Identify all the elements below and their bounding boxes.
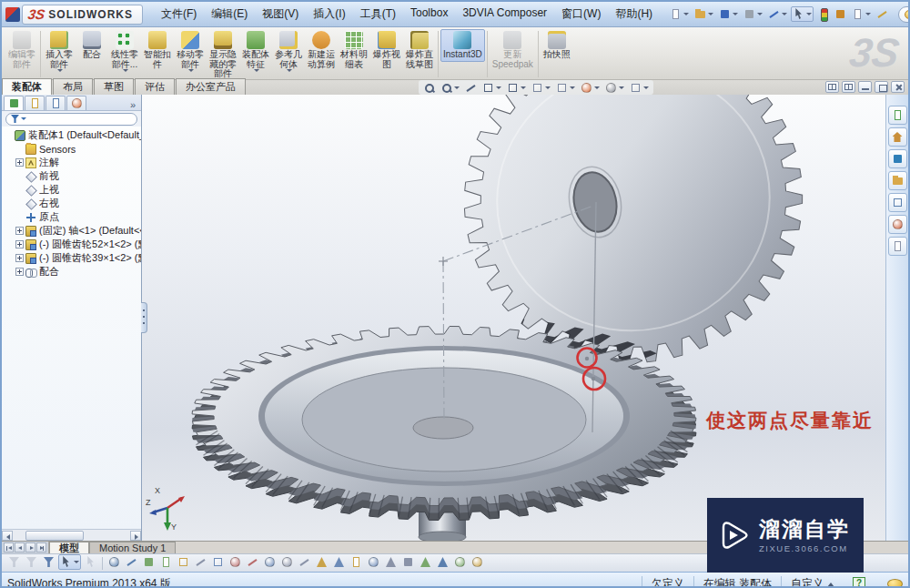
insert-components-caret-icon[interactable]	[57, 69, 63, 72]
property-manager-tab[interactable]	[25, 96, 45, 110]
previous-view-icon[interactable]	[463, 80, 479, 96]
display-style-icon[interactable]	[530, 80, 552, 96]
tab-sketch[interactable]: 草图	[94, 78, 134, 95]
tree-item-origin[interactable]: 原点	[5, 210, 141, 224]
filter-axes-icon[interactable]	[193, 554, 208, 570]
tree-item-mates[interactable]: 配合	[5, 265, 141, 279]
filter-routing-points-icon[interactable]	[470, 554, 485, 570]
menu-edit[interactable]: 编辑(E)	[204, 4, 255, 25]
hide-show-items-icon[interactable]	[554, 80, 577, 96]
tab-evaluate[interactable]: 评估	[135, 78, 175, 95]
open-document-icon[interactable]	[693, 6, 715, 22]
assembly-features-button[interactable]: 装配体 特征	[239, 29, 272, 74]
filter-balloons-icon[interactable]	[366, 554, 381, 570]
menu-toolbox[interactable]: Toolbox	[403, 4, 455, 25]
help-search-box[interactable]: 搜索 SolidWorks 帮助	[898, 6, 910, 23]
doc-restore-button[interactable]	[875, 81, 888, 93]
reference-geometry-caret-icon[interactable]	[287, 69, 292, 72]
mate-button[interactable]: 配合	[76, 29, 108, 62]
split-vertical-button[interactable]	[842, 81, 855, 93]
select-tool-icon[interactable]	[58, 554, 81, 570]
doc-close-button[interactable]	[891, 81, 905, 93]
select-tool-icon[interactable]	[791, 6, 814, 22]
configuration-manager-tab[interactable]	[46, 96, 66, 110]
solidworks-resources-button[interactable]	[888, 106, 907, 125]
gear-assembly-model[interactable]	[142, 95, 865, 541]
panel-more-chevron[interactable]: »	[130, 99, 136, 110]
custom-properties-button[interactable]	[888, 237, 907, 256]
tab-layout[interactable]: 布局	[53, 78, 93, 95]
last-tab-icon[interactable]	[36, 542, 46, 553]
filter-gtol-icon[interactable]	[400, 554, 416, 570]
filter-sketch-points-icon[interactable]	[228, 554, 243, 570]
home-button[interactable]	[888, 127, 907, 147]
expand-icon[interactable]	[15, 254, 24, 262]
tree-item-bevel-gear-39[interactable]: (-) 圆锥齿轮39×1<2> (默认	[5, 251, 141, 265]
appearance-manager-tab[interactable]	[66, 96, 86, 110]
graphics-viewport[interactable]: 使这两点尽量靠近 X Z Y	[142, 95, 885, 541]
tree-item-right-plane[interactable]: 右视	[5, 197, 141, 210]
filter-faces-icon[interactable]	[141, 554, 157, 570]
filter-graphics-toggle-icon[interactable]	[6, 554, 22, 570]
tab-motion-study-1[interactable]: Motion Study 1	[89, 542, 176, 553]
filter-weld-symbols-icon[interactable]	[383, 554, 399, 570]
quick-tips-button[interactable]: ?	[853, 577, 865, 588]
display-pane-icon[interactable]	[850, 6, 873, 22]
filter-surface-bodies-icon[interactable]	[158, 554, 174, 570]
first-tab-icon[interactable]	[4, 542, 14, 553]
zoom-to-area-icon[interactable]	[439, 80, 461, 96]
explode-line-sketch-button[interactable]: 爆炸直 线草图	[403, 29, 436, 71]
filter-weld-beads-icon[interactable]	[452, 554, 468, 570]
assembly-features-caret-icon[interactable]	[254, 69, 259, 72]
filter-solid-bodies-icon[interactable]	[176, 554, 191, 570]
zoom-to-fit-icon[interactable]	[421, 80, 437, 96]
tree-filter-input[interactable]	[5, 113, 137, 126]
edit-appearance-icon[interactable]	[579, 80, 602, 96]
tree-item-annotations[interactable]: 注解	[5, 156, 141, 169]
view-orientation-icon[interactable]	[505, 80, 528, 96]
tree-item-top-plane[interactable]: 上视	[5, 183, 141, 197]
filter-edges-icon[interactable]	[124, 554, 139, 570]
take-snapshot-button[interactable]: 拍快照	[541, 29, 573, 62]
filter-center-marks-icon[interactable]	[279, 554, 295, 570]
smart-fasteners-button[interactable]: 智能扣 件	[141, 29, 174, 71]
new-document-icon[interactable]	[668, 6, 691, 22]
exploded-view-button[interactable]: 爆炸视 图	[370, 29, 403, 71]
filter-vertices-icon[interactable]	[106, 554, 122, 570]
clear-all-filters-icon[interactable]	[24, 554, 39, 570]
save-document-icon[interactable]	[717, 6, 740, 22]
view-settings-icon[interactable]	[628, 80, 651, 96]
linear-pattern-caret-icon[interactable]	[123, 69, 128, 72]
filter-dimensions-icon[interactable]	[314, 554, 329, 570]
tab-model[interactable]: 模型	[49, 542, 89, 553]
show-hidden-components-button[interactable]: 显示隐 藏的零 部件	[207, 29, 239, 81]
linear-component-pattern-button[interactable]: 线性零 部件...	[108, 29, 141, 74]
menu-tools[interactable]: 工具(T)	[353, 4, 403, 25]
undo-icon[interactable]	[766, 6, 789, 22]
filter-centerlines-icon[interactable]	[297, 554, 312, 570]
solidworks-logo[interactable]: 3S SOLIDWORKS	[22, 5, 143, 25]
appearances-button[interactable]	[888, 215, 907, 234]
menu-file[interactable]: 文件(F)	[154, 4, 204, 25]
scrollbar-thumb[interactable]	[25, 531, 84, 541]
magnified-selection-icon[interactable]	[83, 554, 98, 570]
filter-surface-finish-icon[interactable]	[435, 554, 450, 570]
previous-tab-icon[interactable]	[15, 542, 25, 553]
filter-caret-icon[interactable]	[21, 117, 26, 120]
filter-notes-icon[interactable]	[349, 554, 364, 570]
filter-annotations-icon[interactable]	[331, 554, 347, 570]
move-component-button[interactable]: 移动零 部件	[174, 29, 207, 74]
scroll-right-icon[interactable]	[130, 531, 141, 541]
selection-filters-toggle-icon[interactable]	[41, 554, 56, 570]
move-component-caret-icon[interactable]	[188, 69, 194, 72]
tree-item-sensors[interactable]: Sensors	[5, 142, 141, 156]
expand-icon[interactable]	[15, 227, 24, 235]
scroll-left-icon[interactable]	[2, 531, 13, 541]
menu-3dvia-composer[interactable]: 3DVIA Composer	[455, 4, 554, 25]
filter-datums-icon[interactable]	[418, 554, 433, 570]
expand-icon[interactable]	[15, 268, 24, 276]
file-properties-icon[interactable]	[833, 6, 848, 22]
filter-planes-icon[interactable]	[210, 554, 226, 570]
tree-item-bevel-gear-52[interactable]: (-) 圆锥齿轮52×1<2> (默认	[5, 238, 141, 251]
expand-icon[interactable]	[15, 240, 24, 248]
